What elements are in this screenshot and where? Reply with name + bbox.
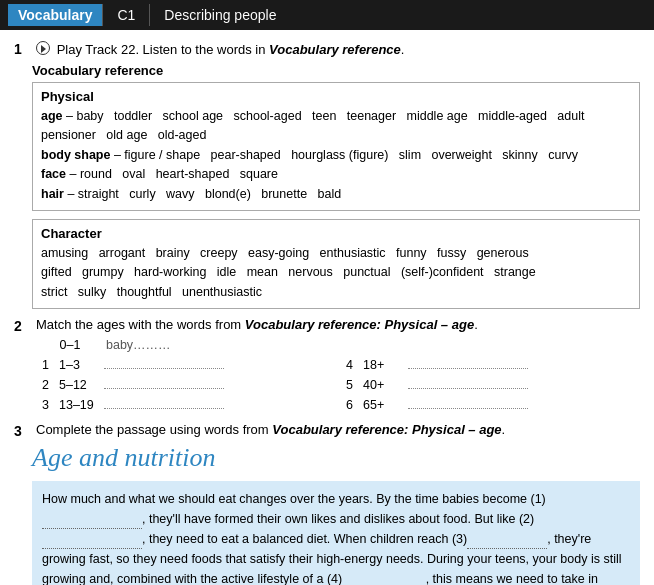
header-vocab-label: Vocabulary	[8, 4, 102, 26]
answer-1[interactable]	[104, 355, 224, 369]
character-line1: amusing arrogant brainy creepy easy-goin…	[41, 244, 631, 263]
physical-box: Physical age – baby toddler school age s…	[32, 82, 640, 211]
section-1-number: 1	[14, 41, 32, 57]
age-item-2: 2 5–12	[42, 375, 336, 392]
blank-2[interactable]	[42, 535, 142, 549]
age-item-1: 1 1–3	[42, 355, 336, 372]
section-1-instruction: Play Track 22. Listen to the words in Vo…	[36, 40, 404, 57]
section-2-instruction: Match the ages with the words from Vocab…	[36, 317, 478, 332]
vocab-ref-title: Vocabulary reference	[32, 63, 640, 78]
section-1-instr-text: Play Track 22. Listen to the words in Vo…	[57, 42, 405, 57]
main-content: 1 Play Track 22. Listen to the words in …	[0, 30, 654, 585]
passage-text: How much and what we should eat changes …	[42, 492, 626, 585]
answer-6[interactable]	[408, 395, 528, 409]
age-item-3: 3 13–19	[42, 395, 336, 412]
answer-4[interactable]	[408, 355, 528, 369]
age-grid: 1 1–3 4 18+ 2 5–12 5 40+ 3 13–19	[42, 355, 640, 412]
section-2-number: 2	[14, 318, 32, 334]
page-header: Vocabulary C1 Describing people	[0, 0, 654, 30]
character-title: Character	[41, 226, 631, 241]
hair-row: hair – straight curly wavy blond(e) brun…	[41, 185, 631, 204]
character-line2: gifted grumpy hard-working idle mean ner…	[41, 263, 631, 282]
character-box: Character amusing arrogant brainy creepy…	[32, 219, 640, 309]
age-item-5: 5 40+	[346, 375, 640, 392]
num-2: 2	[42, 378, 56, 392]
body-shape-row: body shape – figure / shape pear-shaped …	[41, 146, 631, 165]
section-2: 2 Match the ages with the words from Voc…	[14, 317, 640, 412]
passage-title: Age and nutrition	[32, 443, 640, 473]
answer-5[interactable]	[408, 375, 528, 389]
range-40+: 40+	[363, 378, 405, 392]
physical-title: Physical	[41, 89, 631, 104]
face-row: face – round oval heart-shaped square	[41, 165, 631, 184]
blank-4[interactable]	[346, 575, 426, 585]
section-3: 3 Complete the passage using words from …	[14, 422, 640, 585]
range-0-1: 0–1	[50, 338, 90, 352]
age-row: age – baby toddler school age school-age…	[41, 107, 631, 146]
answer-3[interactable]	[104, 395, 224, 409]
section-3-instruction: Complete the passage using words from Vo…	[36, 422, 505, 437]
passage-box: How much and what we should eat changes …	[32, 481, 640, 585]
blank-3[interactable]	[467, 535, 547, 549]
num-5: 5	[346, 378, 360, 392]
section-3-header: 3 Complete the passage using words from …	[14, 422, 640, 439]
play-icon[interactable]	[36, 41, 50, 55]
num-3: 3	[42, 398, 56, 412]
range-1-3: 1–3	[59, 358, 101, 372]
age-first-row: 0–1 baby………	[50, 338, 640, 352]
num-4: 4	[346, 358, 360, 372]
character-line3: strict sulky thoughtful unenthusiastic	[41, 283, 631, 302]
section-3-number: 3	[14, 423, 32, 439]
blank-1[interactable]	[42, 515, 142, 529]
answer-2[interactable]	[104, 375, 224, 389]
header-level-label: C1	[102, 4, 150, 26]
age-item-6: 6 65+	[346, 395, 640, 412]
section-1-header: 1 Play Track 22. Listen to the words in …	[14, 40, 640, 57]
range-18+: 18+	[363, 358, 405, 372]
num-1: 1	[42, 358, 56, 372]
range-13-19: 13–19	[59, 398, 101, 412]
range-65+: 65+	[363, 398, 405, 412]
header-topic-label: Describing people	[150, 4, 290, 26]
num-6: 6	[346, 398, 360, 412]
range-5-12: 5–12	[59, 378, 101, 392]
answer-baby: baby………	[106, 338, 171, 352]
section-2-header: 2 Match the ages with the words from Voc…	[14, 317, 640, 334]
age-item-4: 4 18+	[346, 355, 640, 372]
